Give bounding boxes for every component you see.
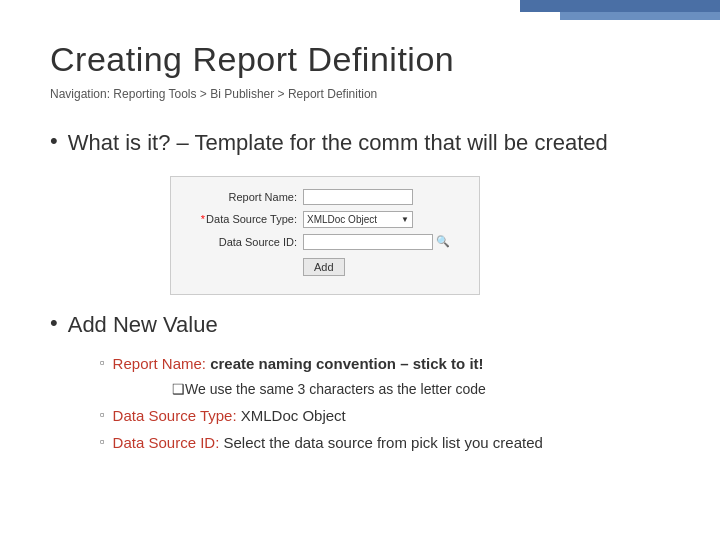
sub-bullet-marker-1: ▫	[100, 354, 105, 372]
sub-bullet-text-3: Data Source ID: Select the data source f…	[113, 432, 543, 453]
report-name-input[interactable]	[303, 189, 413, 205]
data-source-type-value: XMLDoc Object	[307, 214, 377, 225]
top-decorative-bar-2	[560, 12, 720, 20]
breadcrumb: Navigation: Reporting Tools > Bi Publish…	[50, 87, 670, 101]
report-name-label: Report Name:	[187, 191, 297, 203]
sub3-label: Data Source ID:	[113, 434, 220, 451]
data-source-type-label: Data Source Type:	[187, 213, 297, 225]
sub2-label: Data Source Type:	[113, 407, 237, 424]
form-mockup: Report Name: Data Source Type: XMLDoc Ob…	[170, 176, 480, 295]
slide-content: Creating Report Definition Navigation: R…	[0, 0, 720, 501]
sub-bullet-1: ▫ Report Name: create naming convention …	[100, 353, 670, 374]
data-source-id-field-group: 🔍	[303, 234, 450, 250]
slide-title: Creating Report Definition	[50, 40, 670, 79]
sub-bullet-2: ▫ Data Source Type: XMLDoc Object	[100, 405, 670, 426]
search-icon[interactable]: 🔍	[436, 235, 450, 248]
bullet-text-1: What is it? – Template for the comm that…	[68, 129, 608, 158]
bullet-main-1: • What is it? – Template for the comm th…	[50, 129, 670, 158]
bullet-main-2: • Add New Value	[50, 311, 670, 340]
form-row-datasource-type: Data Source Type: XMLDoc Object ▼	[187, 211, 463, 228]
sub2-value: XMLDoc Object	[241, 407, 346, 424]
bullet-section-2: • Add New Value ▫ Report Name: create na…	[50, 311, 670, 453]
sub-bullet-marker-3: ▫	[100, 433, 105, 451]
data-source-id-input[interactable]	[303, 234, 433, 250]
form-row-add-button: Add	[187, 256, 463, 276]
dropdown-arrow-icon: ▼	[401, 215, 409, 224]
sub-bullet-marker-2: ▫	[100, 406, 105, 424]
sub-bullet-text-1: Report Name: create naming convention – …	[113, 353, 484, 374]
sub-bullets: ▫ Report Name: create naming convention …	[100, 353, 670, 453]
indent-line-1: ❑We use the same 3 characters as the let…	[172, 380, 670, 400]
sub-bullet-3: ▫ Data Source ID: Select the data source…	[100, 432, 670, 453]
sub3-value: Select the data source from pick list yo…	[224, 434, 543, 451]
sub1-text: create naming convention – stick to it!	[210, 355, 483, 372]
form-row-datasource-id: Data Source ID: 🔍	[187, 234, 463, 250]
bullet-text-2: Add New Value	[68, 311, 218, 340]
bullet-section-1: • What is it? – Template for the comm th…	[50, 129, 670, 158]
top-decorative-bar	[520, 0, 720, 12]
bullet-dot-2: •	[50, 309, 58, 338]
data-source-id-label: Data Source ID:	[187, 236, 297, 248]
add-button[interactable]: Add	[303, 258, 345, 276]
form-row-name: Report Name:	[187, 189, 463, 205]
data-source-type-select[interactable]: XMLDoc Object ▼	[303, 211, 413, 228]
sub1-label: Report Name:	[113, 355, 206, 372]
sub-bullet-text-2: Data Source Type: XMLDoc Object	[113, 405, 346, 426]
bullet-dot-1: •	[50, 127, 58, 156]
